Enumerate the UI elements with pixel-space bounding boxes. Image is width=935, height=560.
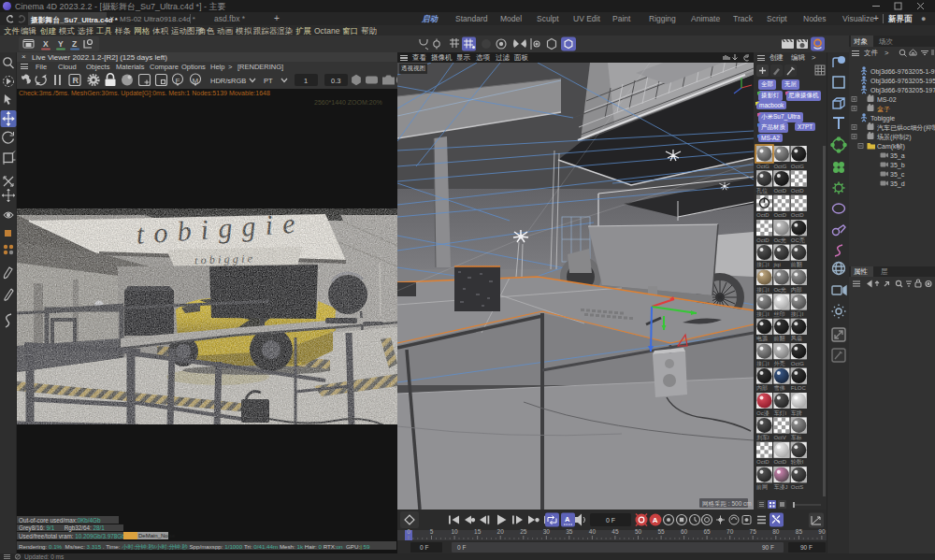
svg-text:75: 75 (750, 528, 757, 535)
svg-text:M: M (193, 77, 199, 85)
svg-text:35_a: 35_a (890, 152, 905, 160)
svg-text:FLOC: FLOC (791, 385, 807, 391)
svg-text:0 F: 0 F (420, 544, 428, 551)
svg-text:55: 55 (657, 528, 665, 535)
svg-text:丝印: 丝印 (773, 311, 784, 317)
svg-text:0 F: 0 F (606, 517, 615, 524)
svg-text:OctG: OctG (791, 164, 804, 169)
svg-text:jiqi: jiqi (772, 262, 780, 267)
svg-text:HDR/sRGB: HDR/sRGB (210, 77, 246, 85)
svg-text:0.3: 0.3 (331, 77, 340, 85)
svg-text:Cam(k帧): Cam(k帧) (877, 143, 905, 151)
svg-text:车漆J: 车漆J (773, 483, 787, 491)
svg-text:A: A (653, 516, 658, 524)
svg-text:65: 65 (703, 528, 711, 535)
svg-text:OctD: OctD (773, 212, 786, 218)
svg-text:孔位: 孔位 (756, 187, 768, 194)
svg-text:OC壳: OC壳 (791, 237, 805, 244)
svg-text:Z: Z (72, 39, 77, 49)
svg-text:OctD: OctD (756, 459, 770, 465)
svg-text:OctD: OctD (773, 188, 786, 194)
svg-text:网格采距 : 500 cm: 网格采距 : 500 cm (702, 500, 752, 508)
svg-text:50: 50 (635, 528, 642, 535)
svg-text:A: A (565, 515, 570, 524)
svg-text:外壳: 外壳 (773, 360, 784, 367)
svg-text:35_d: 35_d (890, 180, 905, 188)
svg-text:90 F: 90 F (762, 544, 774, 551)
svg-text:Obj3d66-9763205-197-478: Obj3d66-9763205-197-478 (870, 87, 935, 94)
svg-text:30: 30 (543, 528, 551, 535)
svg-text:0 F: 0 F (457, 544, 466, 551)
svg-text:汽车已烘oc细分(抑制8): 汽车已烘oc细分(抑制8) (877, 124, 935, 132)
svg-text:接口I: 接口I (756, 261, 770, 268)
svg-text:Obj3d66-9763205-1-954: Obj3d66-9763205-1-954 (870, 68, 935, 76)
svg-text:Obj3d66-9763205-195-908: Obj3d66-9763205-195-908 (870, 78, 935, 85)
svg-text:20: 20 (497, 528, 505, 535)
svg-text:场景(抑制2): 场景(抑制2) (876, 134, 912, 141)
svg-text:OctD: OctD (756, 212, 770, 218)
svg-text:90 F: 90 F (800, 544, 813, 551)
svg-text:OctD: OctD (791, 188, 804, 194)
svg-text:35: 35 (566, 528, 573, 535)
svg-text:F: F (176, 77, 180, 85)
svg-text:风扇: 风扇 (791, 335, 802, 341)
svg-text:80: 80 (772, 528, 780, 535)
svg-text:OctD: OctD (756, 237, 770, 243)
svg-text:85: 85 (796, 528, 803, 535)
svg-text:MS-02: MS-02 (877, 96, 897, 103)
svg-text:60: 60 (681, 528, 688, 535)
svg-text:15: 15 (474, 528, 482, 535)
svg-text:90: 90 (818, 528, 826, 535)
svg-text:前网: 前网 (755, 484, 768, 490)
svg-text:轮毂I: 轮毂I (791, 459, 804, 466)
svg-text:X: X (43, 39, 49, 49)
svg-text:25: 25 (520, 528, 527, 535)
svg-text:10: 10 (451, 528, 458, 535)
svg-text:R: R (73, 76, 79, 85)
svg-text:车牌: 车牌 (791, 409, 802, 417)
svg-text:雪佛: 雪佛 (773, 385, 784, 391)
svg-text:车标: 车标 (791, 434, 802, 441)
svg-text:电源: 电源 (756, 335, 768, 341)
svg-text:接口I: 接口I (756, 310, 770, 318)
svg-text:OctD: OctD (791, 212, 804, 218)
svg-text:接口I: 接口I (756, 286, 770, 294)
svg-text:Tobiggie: Tobiggie (870, 115, 895, 122)
svg-text:OctD: OctD (773, 459, 786, 465)
svg-text:前翻: 前翻 (772, 335, 784, 341)
svg-text:Y: Y (58, 39, 64, 49)
svg-text:PT: PT (264, 77, 273, 85)
svg-text:0: 0 (407, 528, 410, 535)
svg-text:OctV: OctV (773, 435, 785, 440)
svg-text:前翻: 前翻 (790, 261, 802, 267)
svg-text:5: 5 (430, 528, 434, 535)
svg-text:Oc光: Oc光 (773, 287, 786, 294)
svg-text:OctG: OctG (791, 361, 804, 366)
svg-text:刹车I: 刹车I (756, 434, 770, 441)
svg-text:Oc漆: Oc漆 (756, 410, 770, 417)
svg-text:盒子: 盒子 (877, 106, 890, 113)
svg-text:接口I: 接口I (756, 360, 770, 367)
svg-text:接口I: 接口I (791, 310, 804, 318)
svg-text:内部: 内部 (756, 384, 768, 392)
svg-text:车灯I: 车灯I (773, 409, 786, 417)
svg-text:OctS: OctS (791, 484, 803, 490)
svg-text:35_c: 35_c (890, 171, 905, 179)
svg-text:45: 45 (611, 528, 619, 535)
svg-text:OctG: OctG (756, 164, 770, 169)
svg-text:70: 70 (726, 528, 734, 535)
svg-text:1: 1 (304, 77, 308, 85)
svg-text:内部: 内部 (791, 286, 802, 294)
svg-text:35_b: 35_b (890, 162, 905, 169)
svg-text:40: 40 (589, 528, 597, 535)
svg-text:Oc光: Oc光 (773, 237, 786, 244)
svg-text:OctG: OctG (773, 164, 786, 169)
